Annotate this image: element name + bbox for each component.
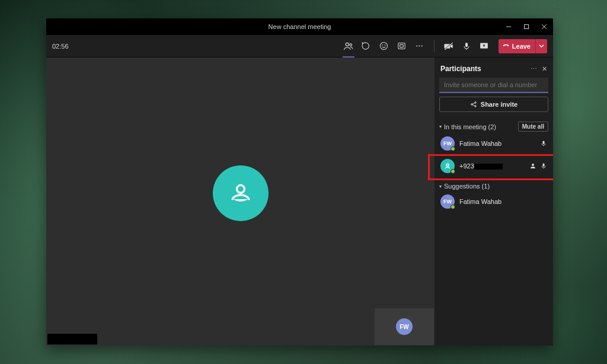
avatar <box>440 159 455 173</box>
share-invite-label: Share invite <box>481 101 517 108</box>
suggestions-section[interactable]: ▾ Suggestions (1) <box>439 181 548 192</box>
window-controls <box>500 18 553 35</box>
caret-down-icon: ▾ <box>439 184 442 189</box>
share-screen-icon[interactable] <box>477 39 491 53</box>
presence-icon <box>451 205 455 209</box>
svg-point-8 <box>385 45 386 46</box>
invite-input[interactable] <box>439 78 548 93</box>
svg-point-19 <box>237 185 244 193</box>
caret-down-icon: ▾ <box>439 124 442 129</box>
content-area: FW Participants ⋯ ✕ Share invite ▾ <box>46 58 553 346</box>
chat-icon[interactable] <box>359 39 373 53</box>
in-meeting-label: In this meeting (2) <box>444 123 496 130</box>
avatar: FW <box>440 194 455 209</box>
participant-name: +923 <box>459 162 525 170</box>
participants-panel: Participants ⋯ ✕ Share invite ▾ In this … <box>435 58 553 346</box>
avatar: FW <box>440 136 455 151</box>
participant-row[interactable]: FW Fatima Wahab <box>439 134 548 153</box>
share-invite-button[interactable]: Share invite <box>439 97 548 112</box>
video-stage: FW <box>46 58 435 346</box>
panel-close-icon[interactable]: ✕ <box>542 65 547 73</box>
svg-rect-25 <box>543 141 545 145</box>
svg-point-11 <box>417 46 418 47</box>
mic-icon <box>540 162 547 170</box>
mic-icon <box>540 140 547 147</box>
participant-row[interactable]: +923 <box>439 157 548 175</box>
maximize-button[interactable] <box>517 18 535 35</box>
panel-more-icon[interactable]: ⋯ <box>531 65 537 73</box>
svg-point-28 <box>532 164 534 166</box>
leave-label: Leave <box>512 43 531 50</box>
toolbar-divider <box>434 40 435 52</box>
titlebar: New channel meeting <box>46 18 553 35</box>
pstn-caller-icon <box>529 162 536 170</box>
more-icon[interactable] <box>413 39 427 53</box>
participant-name: Fatima Wahab <box>459 140 535 147</box>
svg-point-27 <box>446 164 449 166</box>
presence-icon <box>451 146 455 151</box>
minimize-button[interactable] <box>500 18 517 35</box>
self-initials: FW <box>400 324 409 330</box>
reactions-icon[interactable] <box>377 39 391 53</box>
call-timer: 02:56 <box>52 43 69 50</box>
svg-point-6 <box>381 42 388 49</box>
meeting-toolbar: 02:56 <box>46 35 553 58</box>
participant-name: Fatima Wahab <box>459 198 547 205</box>
participant-avatar-placeholder <box>213 165 269 221</box>
svg-point-13 <box>421 46 423 47</box>
panel-title: Participants <box>440 65 481 73</box>
toolbar-icons: Leave <box>341 39 547 53</box>
svg-point-12 <box>419 46 420 47</box>
app-window: New channel meeting 02:56 <box>46 18 553 346</box>
mic-icon[interactable] <box>459 39 474 53</box>
camera-icon[interactable] <box>442 39 456 53</box>
redacted-number <box>474 164 503 170</box>
presence-icon <box>451 169 455 174</box>
leave-caret[interactable] <box>535 39 547 53</box>
svg-line-23 <box>472 103 475 104</box>
svg-point-7 <box>382 45 383 46</box>
mute-all-button[interactable]: Mute all <box>518 122 548 132</box>
suggestions-label: Suggestions (1) <box>444 183 490 190</box>
svg-rect-9 <box>398 43 405 49</box>
svg-rect-16 <box>465 43 468 47</box>
panel-header: Participants ⋯ ✕ <box>439 62 548 78</box>
svg-point-4 <box>346 43 349 46</box>
rooms-icon[interactable] <box>395 39 409 53</box>
window-title: New channel meeting <box>269 23 331 30</box>
suggestion-row[interactable]: FW Fatima Wahab <box>439 192 548 211</box>
svg-rect-1 <box>525 25 529 29</box>
self-avatar: FW <box>396 318 413 335</box>
svg-point-5 <box>350 43 352 46</box>
self-video-tile[interactable]: FW <box>375 308 434 345</box>
svg-rect-29 <box>543 164 545 167</box>
svg-line-24 <box>472 105 475 106</box>
in-meeting-section[interactable]: ▾ In this meeting (2) Mute all <box>439 120 548 134</box>
close-button[interactable] <box>535 18 553 35</box>
svg-rect-10 <box>400 44 404 47</box>
participants-icon[interactable] <box>341 39 356 53</box>
redacted-area <box>47 334 97 344</box>
leave-button[interactable]: Leave <box>499 39 535 53</box>
